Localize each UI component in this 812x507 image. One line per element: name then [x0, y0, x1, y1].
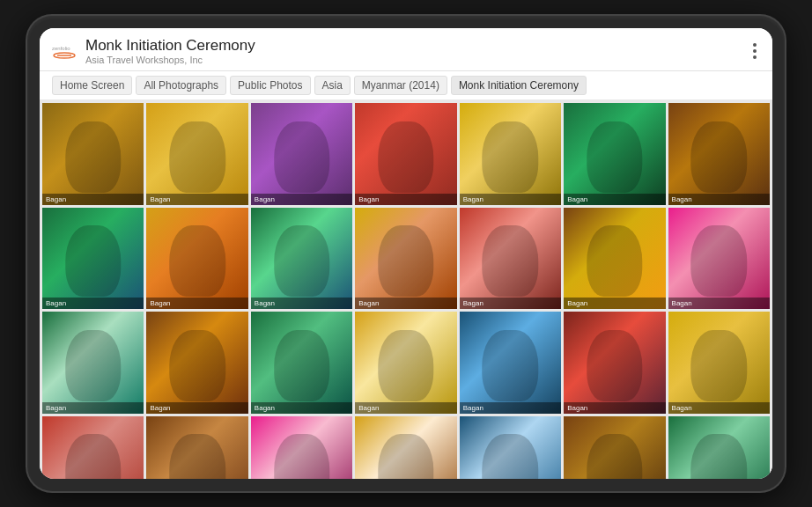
tablet-frame: zenfolio Monk Initiation Ceremony Asia T…: [27, 16, 785, 491]
photo-location-label: Bagan: [355, 298, 456, 309]
photo-location-label: Bagan: [355, 194, 456, 205]
photo-location-label: Bagan: [42, 298, 144, 309]
list-item[interactable]: Bagan: [460, 312, 561, 413]
photo-location-label: Bagan: [460, 194, 561, 205]
photo-location-label: Bagan: [146, 298, 247, 309]
photo-location-label: Bagan: [564, 194, 665, 205]
list-item[interactable]: Bagan: [668, 312, 770, 413]
photo-location-label: Bagan: [251, 402, 352, 414]
photo-location-label: Bagan: [460, 402, 561, 414]
list-item[interactable]: Bagan: [146, 208, 247, 309]
breadcrumb-all-photos[interactable]: All Photographs: [136, 76, 226, 95]
zenfolio-logo: zenfolio: [52, 43, 77, 59]
list-item[interactable]: Bagan: [146, 312, 247, 413]
photo-location-label: Bagan: [251, 194, 352, 205]
list-item[interactable]: Bagan: [251, 103, 352, 204]
page-title: Monk Initiation Ceremony: [85, 37, 255, 55]
list-item[interactable]: Bagan: [564, 208, 665, 309]
list-item[interactable]: Bagan: [564, 103, 665, 204]
photo-location-label: Bagan: [251, 298, 352, 309]
app-header: zenfolio Monk Initiation Ceremony Asia T…: [40, 28, 772, 71]
photo-location-label: Bagan: [146, 194, 247, 205]
breadcrumb-asia[interactable]: Asia: [314, 76, 351, 95]
breadcrumb: Home Screen All Photographs Public Photo…: [40, 71, 772, 100]
menu-dot-3: [753, 55, 757, 59]
list-item[interactable]: Bagan: [355, 312, 456, 413]
more-options-button[interactable]: [749, 40, 760, 62]
list-item[interactable]: Bagan: [146, 103, 247, 204]
list-item[interactable]: Bagan: [668, 208, 770, 309]
photo-location-label: Bagan: [146, 402, 247, 414]
list-item[interactable]: Bagan: [251, 208, 352, 309]
photo-grid: Bagan Bagan Bagan Bagan Bagan Bagan: [40, 100, 772, 479]
photo-location-label: Bagan: [668, 402, 770, 414]
photo-location-label: Bagan: [42, 194, 144, 205]
breadcrumb-monk[interactable]: Monk Initiation Ceremony: [451, 76, 587, 95]
list-item[interactable]: Bagan: [668, 103, 770, 204]
photo-location-label: Bagan: [42, 402, 144, 414]
header-left: zenfolio Monk Initiation Ceremony Asia T…: [52, 37, 255, 65]
breadcrumb-myanmar[interactable]: Myanmar (2014): [354, 76, 447, 95]
photo-location-label: Bagan: [668, 194, 770, 205]
photo-location-label: Bagan: [564, 402, 665, 414]
list-item[interactable]: Bagan: [460, 416, 561, 479]
device-screen: zenfolio Monk Initiation Ceremony Asia T…: [40, 28, 772, 479]
list-item[interactable]: Bagan: [668, 416, 770, 479]
list-item[interactable]: Bagan: [460, 103, 561, 204]
list-item[interactable]: Bagan: [564, 312, 665, 413]
list-item[interactable]: Bagan: [251, 416, 352, 479]
page-subtitle: Asia Travel Workshops, Inc: [85, 55, 255, 65]
list-item[interactable]: Bagan: [355, 416, 456, 479]
header-title-block: Monk Initiation Ceremony Asia Travel Wor…: [85, 37, 255, 65]
breadcrumb-public-photos[interactable]: Public Photos: [230, 76, 310, 95]
photo-grid-wrapper[interactable]: Bagan Bagan Bagan Bagan Bagan Bagan: [40, 100, 772, 479]
photo-location-label: Bagan: [668, 298, 770, 309]
list-item[interactable]: Bagan: [251, 312, 352, 413]
list-item[interactable]: Bagan: [460, 208, 561, 309]
list-item[interactable]: Bagan: [564, 416, 665, 479]
list-item[interactable]: Bagan: [146, 416, 247, 479]
list-item[interactable]: Bagan: [42, 103, 144, 204]
svg-text:zenfolio: zenfolio: [52, 46, 70, 51]
list-item[interactable]: Bagan: [355, 208, 456, 309]
breadcrumb-home[interactable]: Home Screen: [52, 76, 132, 95]
photo-location-label: Bagan: [460, 298, 561, 309]
menu-dot-2: [753, 49, 757, 53]
list-item[interactable]: Bagan: [355, 103, 456, 204]
menu-dot-1: [753, 43, 757, 47]
list-item[interactable]: Bagan: [42, 208, 144, 309]
photo-location-label: Bagan: [355, 402, 456, 414]
list-item[interactable]: Bagan: [42, 312, 144, 413]
zenfolio-logo-icon: zenfolio: [52, 43, 77, 59]
photo-location-label: Bagan: [564, 298, 665, 309]
list-item[interactable]: Bagan: [42, 416, 144, 479]
